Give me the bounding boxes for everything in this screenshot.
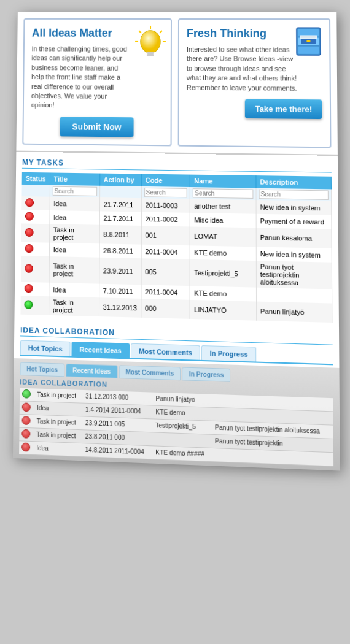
status-cell	[21, 210, 50, 224]
fold-status-cell	[20, 414, 34, 428]
actionby-cell: 26.8.2011	[99, 243, 141, 258]
search-code-input[interactable]	[144, 188, 187, 197]
idea-tab-hot-topics[interactable]: Hot Topics	[20, 340, 71, 356]
svg-rect-2	[147, 52, 154, 54]
cabinet-icon	[292, 23, 327, 57]
fold-title-cell: Task in project	[34, 428, 82, 443]
title-cell: Idea	[49, 210, 99, 225]
svg-rect-16	[300, 35, 317, 39]
fold-title-cell: Idea	[34, 401, 83, 416]
col-name: Name	[190, 174, 256, 188]
name-cell: LINJATYÖ	[190, 300, 256, 321]
status-dot-red	[25, 212, 34, 220]
name-cell: KTE demo	[190, 245, 256, 261]
fold-tab-in-progress: In Progress	[182, 367, 231, 381]
actionby-cell: 8.8.2011	[99, 224, 141, 244]
fold-section: Hot TopicsRecent IdeasMost CommentsIn Pr…	[13, 358, 340, 470]
idea-tab-recent-ideas[interactable]: Recent Ideas	[71, 342, 129, 358]
fold-status-cell	[19, 427, 34, 442]
description-cell: New idea in system	[256, 200, 332, 215]
description-cell	[256, 287, 332, 303]
svg-line-6	[160, 31, 162, 33]
name-cell: LOMAT	[190, 226, 256, 247]
status-dot-red	[25, 244, 33, 253]
code-cell: 005	[141, 258, 190, 286]
all-ideas-panel: All Ideas Matter In these challenging ti…	[22, 18, 172, 146]
title-cell: Task in project	[49, 296, 99, 316]
search-code-cell	[141, 186, 190, 199]
status-dot-red	[25, 228, 34, 236]
fold-table: Task in project 31.12.2013 000 Panun lin…	[19, 388, 333, 466]
description-cell: New idea in system	[256, 247, 332, 262]
fresh-thinking-panel: Fresh Thinking Interested to see what ot…	[178, 18, 332, 148]
status-cell	[20, 296, 49, 315]
col-actionby: Action by	[99, 173, 141, 186]
col-title: Title	[50, 172, 99, 185]
status-dot-red	[25, 264, 33, 273]
actionby-cell: 23.9.2011	[99, 257, 141, 285]
description-cell: Panun kesäloma	[256, 228, 332, 248]
right-panel-body: Interested to see what other ideas there…	[187, 45, 299, 93]
code-cell: 001	[141, 226, 190, 245]
col-description: Description	[256, 175, 332, 189]
title-cell: Idea	[50, 196, 99, 211]
actionby-cell: 7.10.2011	[99, 283, 141, 298]
search-title-input[interactable]	[52, 186, 96, 196]
search-name-cell	[190, 187, 256, 200]
search-actionby-cell	[99, 186, 141, 198]
title-cell: Idea	[49, 283, 99, 297]
code-cell: 000	[141, 299, 190, 319]
fold-tab-most-comments: Most Comments	[119, 365, 181, 380]
idea-tab-in-progress[interactable]: In Progress	[201, 345, 256, 362]
description-cell: Panun tyot testiprojektin aloituksessa	[256, 261, 332, 289]
fold-status-dot	[21, 442, 30, 451]
status-dot-green	[24, 300, 33, 309]
actionby-cell: 21.7.2011	[99, 211, 141, 226]
svg-point-1	[141, 31, 160, 53]
fold-status-dot	[22, 402, 31, 412]
search-desc-input[interactable]	[259, 189, 329, 199]
my-tasks-section: MY TASKS Status Title Action by Code Nam…	[14, 151, 339, 328]
fold-title-cell: Task in project	[34, 388, 83, 403]
status-cell	[21, 223, 50, 242]
search-status-cell	[21, 185, 50, 197]
idea-tab-most-comments[interactable]: Most Comments	[131, 343, 200, 359]
submit-now-button[interactable]: Submit Now	[60, 117, 133, 137]
main-content: All Ideas Matter In these challenging ti…	[14, 12, 340, 368]
name-cell: KTE demo	[190, 286, 256, 301]
fold-status-dot	[22, 416, 31, 425]
fold-tab-recent-ideas: Recent Ideas	[66, 363, 117, 378]
code-cell: 2011-0004	[141, 285, 190, 300]
take-me-there-button[interactable]: Take me there!	[245, 99, 322, 119]
bulb-icon	[135, 25, 166, 61]
code-cell: 2011-0004	[141, 244, 190, 259]
search-name-input[interactable]	[193, 188, 253, 199]
fold-status-cell	[20, 388, 34, 401]
status-cell	[21, 282, 49, 296]
page-wrapper: All Ideas Matter In these challenging ti…	[13, 12, 340, 470]
fold-status-cell	[20, 401, 34, 414]
status-cell	[21, 256, 49, 283]
status-cell	[21, 242, 49, 256]
name-cell: another test	[190, 199, 256, 213]
fold-name-cell: KTE demo #####	[153, 446, 212, 462]
code-cell: 2011-0003	[141, 198, 190, 213]
title-cell: Task in project	[49, 224, 99, 243]
status-dot-red	[25, 198, 34, 207]
fold-status-dot	[22, 389, 31, 399]
search-title-cell	[50, 185, 99, 197]
title-cell: Task in project	[49, 256, 99, 284]
actionby-cell: 31.12.2013	[99, 297, 141, 318]
col-status: Status	[22, 172, 50, 185]
name-cell: Misc idea	[190, 213, 256, 228]
actionby-cell: 21.7.2011	[99, 197, 141, 212]
fold-title-cell: Task in project	[34, 415, 83, 430]
svg-line-5	[139, 31, 141, 33]
header-panels: All Ideas Matter In these challenging ti…	[16, 12, 338, 156]
code-cell: 2011-0002	[141, 212, 190, 226]
name-cell: Testiprojekti_5	[190, 259, 256, 288]
search-desc-cell	[256, 188, 332, 201]
svg-rect-15	[306, 40, 310, 42]
fold-title-cell: Idea	[34, 441, 82, 456]
fold-actionby-cell: 14.8.2011 2011-0004	[82, 443, 153, 459]
